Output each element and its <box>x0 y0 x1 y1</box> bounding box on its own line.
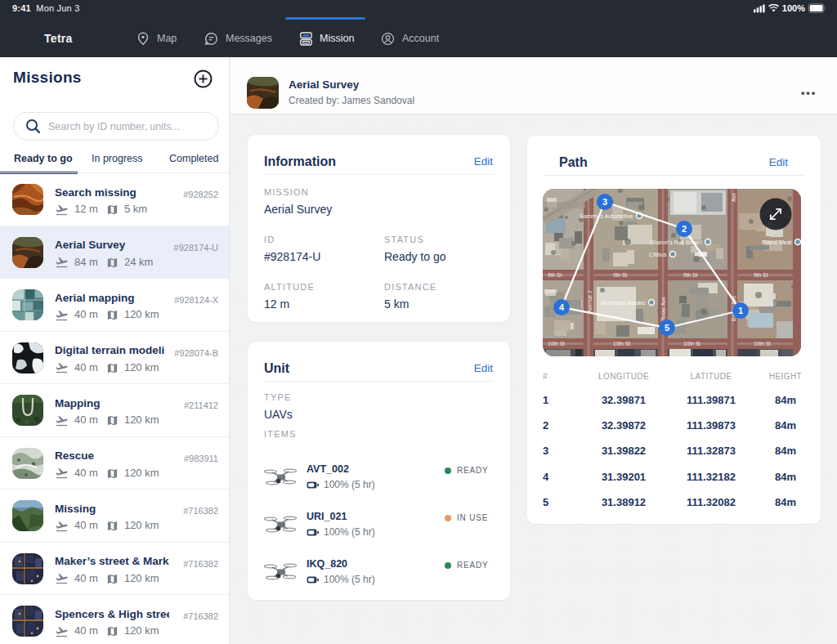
svg-text:3: 3 <box>602 197 607 207</box>
svg-text:Citibus: Citibus <box>649 252 667 257</box>
svg-text:2: 2 <box>682 224 687 234</box>
svg-text:Sammy's Automotive: Sammy's Automotive <box>580 213 633 220</box>
svg-text:5: 5 <box>665 323 669 333</box>
svg-text:4: 4 <box>559 302 565 312</box>
svg-text:9th St: 9th St <box>613 272 627 278</box>
svg-text:Ave: Ave <box>731 192 736 202</box>
svg-text:Smith: Smith <box>544 288 557 294</box>
svg-text:9th St: 9th St <box>754 272 768 278</box>
svg-text:Plains Meat: Plains Meat <box>762 239 792 245</box>
svg-text:Avenue J: Avenue J <box>587 291 593 313</box>
svg-text:10th St: 10th St <box>613 341 630 347</box>
svg-text:10th St: 10th St <box>683 341 700 347</box>
svg-text:9th St: 9th St <box>683 272 697 278</box>
svg-text:10th St: 10th St <box>754 341 771 347</box>
svg-text:Municipal Square: Municipal Square <box>601 300 645 306</box>
svg-text:1: 1 <box>738 306 743 315</box>
svg-text:10th St: 10th St <box>548 341 565 347</box>
svg-text:9th St: 9th St <box>548 272 562 278</box>
svg-text:Texas Ave: Texas Ave <box>660 297 666 321</box>
